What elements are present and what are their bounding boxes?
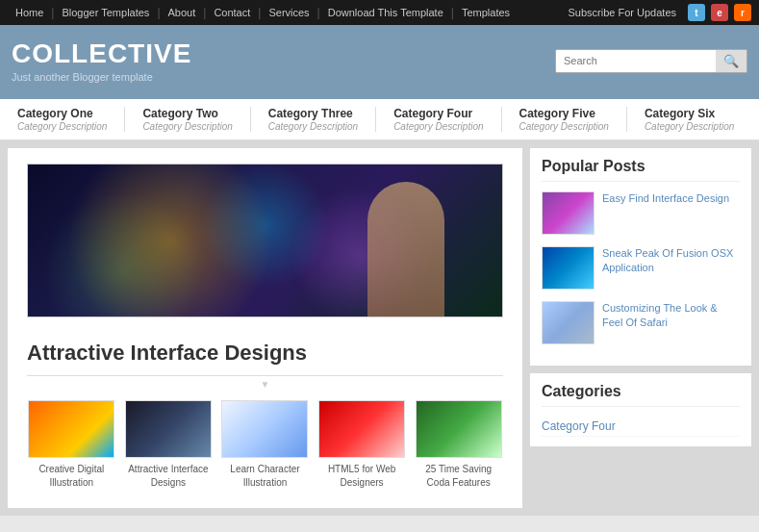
popular-link-1[interactable]: Easy Find Interface Design (602, 192, 729, 204)
thumb-item-1[interactable]: Creative Digital Illustration (27, 400, 116, 489)
site-title: COLLECTIVE (12, 38, 191, 69)
categories-title: Categories (542, 383, 740, 407)
subscribe-label: Subscribe For Updates (569, 7, 677, 18)
email-icon[interactable]: e (711, 4, 728, 21)
thumb-image-5 (416, 400, 502, 458)
cat-desc-three: Category Description (268, 121, 358, 132)
search-box: 🔍 (555, 49, 747, 73)
cat-name-five: Category Five (519, 107, 609, 120)
thumb-item-5[interactable]: 25 Time Saving Coda Features (414, 400, 503, 489)
popular-posts-section: Popular Posts Easy Find Interface Design… (530, 148, 751, 366)
post-title: Attractive Interface Designs (8, 327, 522, 375)
nav-blogger-templates[interactable]: Blogger Templates (54, 0, 157, 25)
content-area: Attractive Interface Designs Creative Di… (8, 148, 522, 508)
sidebar-cat-link-1[interactable]: Category Four (542, 417, 740, 437)
categories-section: Categories Category Four (530, 373, 751, 446)
thumbnail-gallery: Creative Digital Illustration Attractive… (8, 391, 522, 498)
sidebar: Popular Posts Easy Find Interface Design… (530, 148, 751, 508)
thumb-image-1 (28, 400, 114, 458)
popular-item-3: Customizing The Look & Feel Of Safari (542, 301, 740, 344)
top-nav-right: Subscribe For Updates t e r (569, 4, 752, 21)
thumb-label-2: Attractive Interface Designs (128, 464, 208, 488)
thumb-item-3[interactable]: Learn Character Illustration (220, 400, 310, 489)
nav-contact[interactable]: Contact (206, 0, 258, 25)
nav-services[interactable]: Services (261, 0, 316, 25)
cat-name-six: Category Six (645, 107, 734, 120)
popular-text-1: Easy Find Interface Design (602, 191, 729, 206)
category-navigation: Category One Category Description Catego… (0, 96, 759, 140)
popular-item-2: Sneak Peak Of Fusion OSX Application (542, 246, 740, 290)
search-input[interactable] (556, 51, 716, 70)
thumb-label-3: Learn Character Illustration (230, 464, 299, 488)
site-branding: COLLECTIVE Just another Blogger template (12, 38, 191, 83)
search-button[interactable]: 🔍 (716, 50, 746, 72)
cat-item-one[interactable]: Category One Category Description (0, 107, 125, 132)
thumb-label-4: HTML5 for Web Designers (328, 464, 395, 488)
popular-posts-title: Popular Posts (542, 158, 740, 182)
rss-icon[interactable]: r (734, 4, 751, 21)
cat-item-six[interactable]: Category Six Category Description (627, 107, 751, 132)
top-navigation: Home | Blogger Templates | About | Conta… (0, 0, 759, 25)
cat-name-two: Category Two (142, 107, 232, 120)
cat-desc-five: Category Description (519, 121, 609, 132)
hero-image (27, 164, 503, 317)
nav-download[interactable]: Download This Template (320, 0, 451, 25)
thumb-label-5: 25 Time Saving Coda Features (425, 464, 492, 488)
nav-about[interactable]: About (161, 0, 204, 25)
cat-name-one: Category One (17, 107, 107, 120)
cat-item-five[interactable]: Category Five Category Description (502, 107, 627, 132)
thumb-image-4 (318, 400, 405, 458)
cat-desc-one: Category Description (17, 121, 107, 132)
cat-desc-two: Category Description (142, 121, 232, 132)
nav-home[interactable]: Home (8, 0, 51, 25)
popular-item-1: Easy Find Interface Design (542, 191, 740, 235)
cat-name-three: Category Three (268, 107, 358, 120)
nav-templates[interactable]: Templates (454, 0, 518, 25)
cat-desc-six: Category Description (645, 121, 734, 132)
popular-link-2[interactable]: Sneak Peak Of Fusion OSX Application (602, 247, 733, 273)
popular-text-2: Sneak Peak Of Fusion OSX Application (602, 246, 740, 276)
popular-link-3[interactable]: Customizing The Look & Feel Of Safari (602, 302, 718, 328)
thumb-image-3 (221, 400, 308, 458)
cat-desc-four: Category Description (393, 121, 483, 132)
site-header: COLLECTIVE Just another Blogger template… (0, 25, 759, 96)
cat-name-four: Category Four (393, 107, 483, 120)
thumb-image-2 (125, 400, 212, 458)
cat-item-four[interactable]: Category Four Category Description (376, 107, 501, 132)
popular-thumb-1 (542, 191, 595, 235)
cat-item-three[interactable]: Category Three Category Description (251, 107, 376, 132)
hero-figure-decoration (367, 182, 444, 317)
site-subtitle: Just another Blogger template (12, 71, 191, 83)
thumb-label-1: Creative Digital Illustration (38, 464, 104, 488)
twitter-icon[interactable]: t (688, 4, 705, 21)
thumb-item-4[interactable]: HTML5 for Web Designers (317, 400, 407, 489)
popular-thumb-3 (542, 301, 595, 344)
popular-text-3: Customizing The Look & Feel Of Safari (602, 301, 740, 331)
popular-thumb-2 (542, 246, 595, 290)
thumb-item-2[interactable]: Attractive Interface Designs (124, 400, 214, 489)
main-content: Attractive Interface Designs Creative Di… (0, 140, 759, 516)
cat-item-two[interactable]: Category Two Category Description (125, 107, 250, 132)
post-divider-arrow (8, 375, 522, 391)
